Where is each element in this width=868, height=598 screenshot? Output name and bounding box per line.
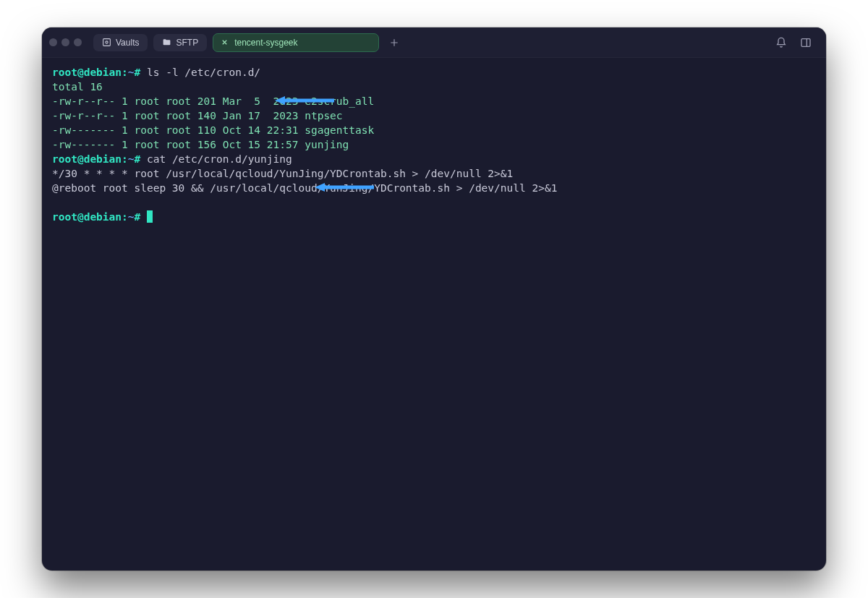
svg-marker-6 (315, 183, 325, 192)
cat-line: */30 * * * * root /usr/local/qcloud/YunJ… (52, 168, 513, 179)
plus-icon (389, 38, 399, 48)
prompt-colon: : (122, 67, 128, 78)
prompt-userhost: root@debian (52, 67, 122, 78)
annotation-arrow-1 (275, 67, 334, 74)
panel-icon[interactable] (800, 37, 812, 48)
svg-rect-2 (801, 38, 810, 46)
prompt-path: ~ (128, 67, 135, 78)
annotation-arrow-2 (315, 154, 374, 161)
folder-icon (162, 38, 171, 47)
svg-rect-0 (103, 39, 111, 46)
cat-line: @reboot root sleep 30 && /usr/local/qclo… (52, 182, 557, 194)
zoom-dot[interactable] (74, 38, 82, 46)
minimize-dot[interactable] (61, 38, 69, 46)
new-tab-button[interactable] (385, 33, 404, 52)
window-controls (49, 38, 82, 46)
sftp-label: SFTP (176, 38, 198, 48)
titlebar: Vaults SFTP tencent-sysgeek (42, 27, 826, 58)
svg-point-1 (106, 41, 108, 43)
prompt-path: ~ (128, 153, 135, 165)
close-tab-icon[interactable] (221, 38, 229, 46)
prompt-path: ~ (128, 211, 135, 223)
command-2: cat /etc/cron.d/yunjing (140, 153, 292, 165)
cursor (147, 210, 153, 223)
prompt-userhost: root@debian (52, 211, 122, 223)
prompt-colon: : (122, 211, 128, 223)
sftp-button[interactable]: SFTP (153, 34, 207, 51)
prompt-symbol: # (135, 67, 141, 78)
prompt-userhost: root@debian (52, 153, 122, 165)
terminal-tab-active[interactable]: tencent-sysgeek (213, 33, 379, 52)
ls-total: total 16 (52, 81, 103, 93)
vault-icon (102, 38, 111, 47)
prompt-colon: : (122, 153, 128, 165)
ls-line: -rw------- 1 root root 156 Oct 15 21:57 … (52, 139, 349, 150)
prompt-symbol: # (135, 153, 141, 165)
terminal-window: Vaults SFTP tencent-sysgeek (42, 27, 826, 571)
vaults-label: Vaults (116, 38, 139, 48)
bell-icon[interactable] (775, 37, 787, 48)
close-dot[interactable] (49, 38, 57, 46)
prompt-symbol: # (135, 211, 141, 223)
command-1: ls -l /etc/cron.d/ (140, 67, 260, 78)
vaults-button[interactable]: Vaults (93, 34, 148, 51)
svg-marker-4 (275, 96, 285, 105)
terminal-body[interactable]: root@debian:~# ls -l /etc/cron.d/ total … (42, 58, 826, 571)
tab-title: tencent-sysgeek (234, 38, 297, 48)
